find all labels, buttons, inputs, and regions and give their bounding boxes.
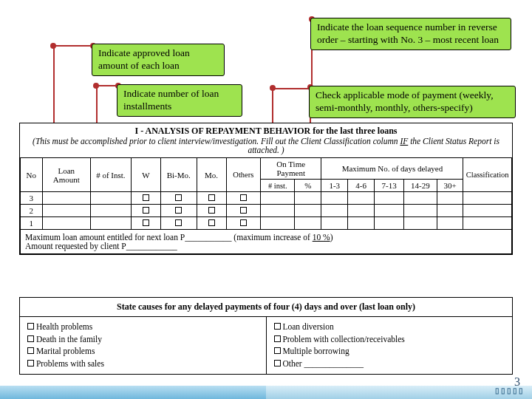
checkbox-icon[interactable] [27,323,34,330]
checkbox-icon[interactable] [240,207,247,214]
checkbox-icon[interactable] [27,335,34,342]
footer-row: Maximum loan amount entitled for next lo… [21,230,512,254]
col-bimo: Bi-Mo. [160,158,197,192]
col-w: W [131,158,160,192]
col-classification: Classification [463,158,512,192]
checkbox-icon[interactable] [175,207,182,214]
checkbox-icon[interactable] [143,207,149,214]
causes-title: State causes for any delayed payments of… [20,298,512,317]
checkbox-icon[interactable] [240,219,247,226]
cause-item: Loan diversion [282,322,333,331]
table-row: 1 [21,217,512,230]
col-1-3: 1-3 [321,180,348,192]
col-30p: 30+ [437,180,463,192]
callout-loan-sequence: Indicate the loan sequence number in rev… [310,18,511,50]
cause-item: Death in the family [36,335,102,344]
col-of-inst: # of Inst. [90,158,131,192]
cause-item: Marital problems [36,347,95,355]
col-max-delay: Maximum No. of days delayed [321,158,463,180]
cause-item: Problem with collection/receivables [282,335,404,344]
checkbox-icon[interactable] [208,207,215,214]
col-pct: % [295,180,321,192]
col-14-29: 14-29 [404,180,437,192]
col-mo: Mo. [197,158,226,192]
col-7-13: 7-13 [375,180,404,192]
footer-bar [0,386,532,399]
checkbox-icon[interactable] [240,194,247,201]
checkbox-icon[interactable] [274,360,281,366]
callout-dot [270,85,276,91]
col-n-inst: # inst. [261,180,295,192]
cause-item: Multiple borrowing [282,347,349,355]
checkbox-icon[interactable] [274,335,281,342]
checkbox-icon[interactable] [175,194,182,201]
callout-dot [50,43,56,49]
causes-left: Health problems Death in the family Mari… [20,317,267,374]
col-others: Others [226,158,260,192]
checkbox-icon[interactable] [143,219,149,226]
table-row: 3 [21,192,512,205]
section-subtitle: (This must be accomplished prior to clie… [20,137,512,157]
checkbox-icon[interactable] [274,347,281,354]
checkbox-icon[interactable] [208,194,215,201]
cause-item: Other ______________ [282,359,364,368]
causes-table: State causes for any delayed payments of… [19,297,513,375]
checkbox-icon[interactable] [143,194,149,201]
col-loan-amount: Loan Amount [42,158,90,192]
callout-dot [93,83,99,89]
callout-approved-amount: Indicate approved loan amount of each lo… [92,44,225,76]
col-no: No [21,158,43,192]
repayment-analysis-table: I - ANALYSIS OF REPAYMENT BEHAVIOR for t… [19,123,513,255]
cause-item: Problems with sales [36,359,104,368]
checkbox-icon[interactable] [175,219,182,226]
checkbox-icon[interactable] [27,360,34,366]
checkbox-icon[interactable] [27,347,34,354]
checkbox-icon[interactable] [208,219,215,226]
causes-right: Loan diversion Problem with collection/r… [267,317,513,374]
table-row: 2 [21,205,512,217]
col-4-6: 4-6 [348,180,375,192]
callout-mode-of-payment: Check applicable mode of payment (weekly… [309,86,516,118]
section-title: I - ANALYSIS OF REPAYMENT BEHAVIOR for t… [20,123,512,137]
checkbox-icon[interactable] [274,323,281,330]
callout-installments: Indicate number of loan installments [117,84,242,117]
col-on-time: On Time Payment [261,158,321,180]
logo-icon: ▯▯▯▯▯ [495,386,525,395]
cause-item: Health problems [36,322,92,331]
